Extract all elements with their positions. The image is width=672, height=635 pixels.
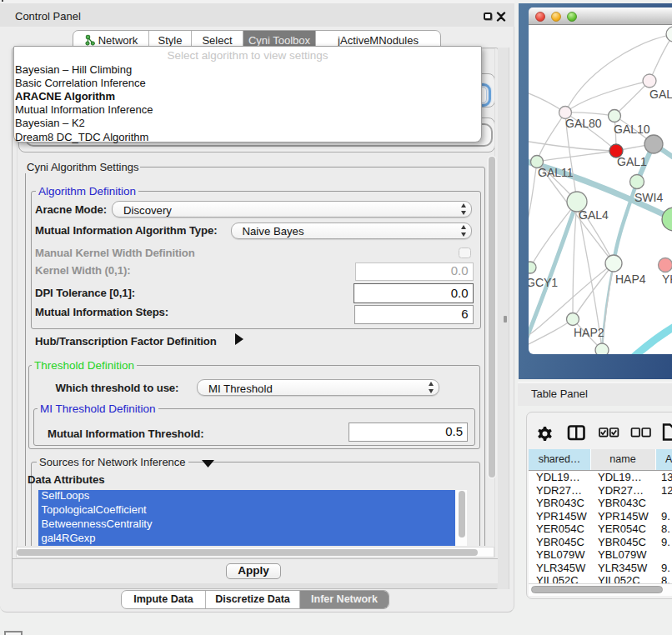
svg-text:GAL4: GAL4 [579,208,609,222]
svg-text:GAL2: GAL2 [649,88,672,101]
svg-text:GAL1: GAL1 [617,155,647,168]
svg-text:HAP4: HAP4 [615,272,646,286]
svg-text:GAL80: GAL80 [565,117,602,130]
svg-text:GAL11: GAL11 [538,166,574,179]
svg-text:HAP2: HAP2 [574,326,604,339]
svg-text:YK: YK [662,272,672,286]
svg-text:GAL10: GAL10 [614,122,650,136]
svg-text:SWI4: SWI4 [634,191,663,204]
svg-text:GCY1: GCY1 [529,276,558,289]
